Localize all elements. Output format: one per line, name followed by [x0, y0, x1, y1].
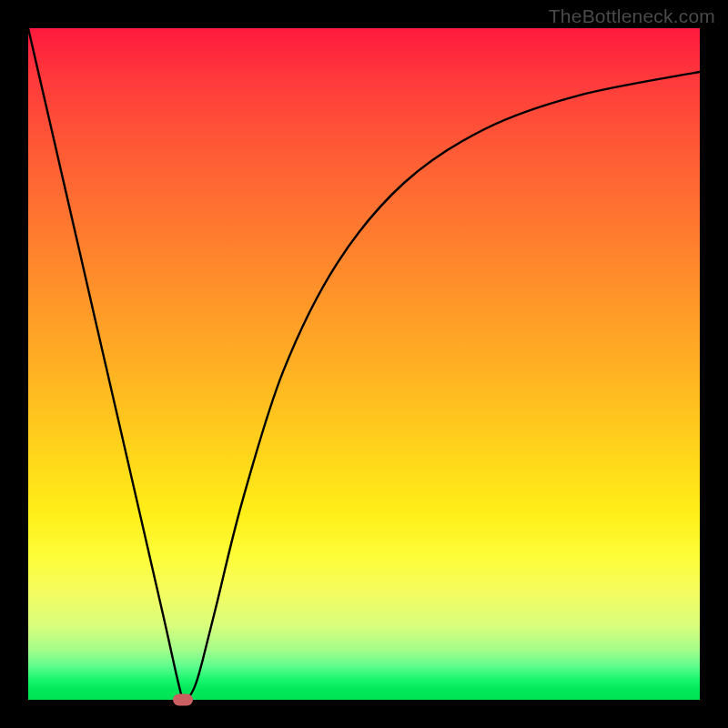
watermark-text: TheBottleneck.com	[549, 5, 715, 27]
bottleneck-marker	[173, 694, 193, 706]
bottleneck-curve	[28, 28, 700, 700]
plot-area	[28, 28, 700, 700]
chart-frame: TheBottleneck.com	[0, 0, 728, 728]
